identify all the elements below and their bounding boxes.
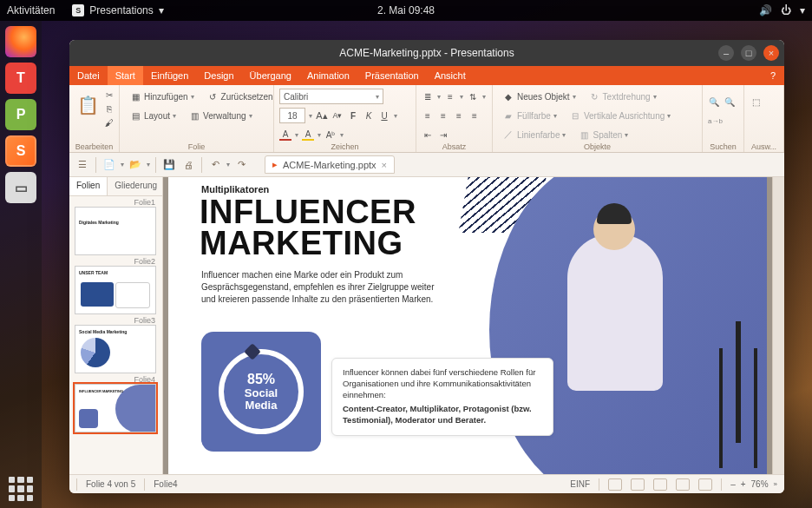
italic-icon[interactable]: K	[363, 109, 375, 122]
reset-slide-button[interactable]: ↺Zurücksetzen	[202, 89, 278, 104]
menu-praesentation[interactable]: Präsentation	[357, 66, 427, 85]
group-label-para: Absatz	[416, 142, 492, 151]
plus-slide-icon: ▦	[129, 90, 141, 102]
format-painter-icon[interactable]: 🖌	[103, 116, 115, 129]
window-maximize-button[interactable]: □	[741, 45, 756, 61]
qat-print-icon[interactable]: 🖨	[180, 157, 196, 173]
quick-access-toolbar: ☰ 📄▾ 📂▾ 💾 🖨 ↶▾ ↷ ▸ ACME-Marketing.pptx ×	[69, 153, 784, 177]
paste-button[interactable]: 📋	[75, 88, 101, 122]
menu-datei[interactable]: Datei	[69, 66, 108, 85]
slide-thumb-1[interactable]: Folie1 Digitales Marketing	[75, 198, 157, 255]
insert-mode[interactable]: EINF	[570, 479, 590, 489]
zoom-in-button[interactable]: +	[741, 479, 746, 489]
document-tab[interactable]: ▸ ACME-Marketing.pptx ×	[265, 155, 395, 174]
underline-icon[interactable]: U	[378, 109, 390, 122]
search-icon[interactable]: 🔍	[708, 96, 720, 108]
dock-show-apps-button[interactable]	[9, 477, 33, 501]
line-color-button[interactable]: ／Linienfarbe▾	[498, 127, 570, 142]
dock-firefox-icon[interactable]	[5, 26, 36, 57]
menu-help-icon[interactable]: ?	[762, 66, 784, 85]
system-menu-chevron-icon[interactable]: ▾	[800, 4, 805, 16]
layout-button[interactable]: ▤Layout▾	[125, 108, 180, 123]
bullets-icon[interactable]: ≣	[422, 90, 434, 102]
vertical-align-button[interactable]: ⊟Vertikale Ausrichtung▾	[565, 108, 675, 123]
zoom-out-button[interactable]: –	[730, 479, 736, 489]
dock-files-icon[interactable]: ▭	[5, 172, 36, 203]
superscript-icon[interactable]: Aᵇ	[324, 129, 337, 141]
slide-thumb-2[interactable]: Folie2 UNSER TEAM	[75, 257, 157, 314]
view-slideshow-icon[interactable]	[698, 478, 712, 491]
ab-replace-icon[interactable]: a→b	[708, 117, 723, 125]
copy-icon[interactable]: ⎘	[103, 102, 115, 115]
qat-open-icon[interactable]: 📂	[128, 157, 143, 173]
dock-presentations-icon[interactable]: S	[5, 135, 36, 167]
align-right-icon[interactable]: ≡	[453, 109, 465, 122]
view-miniature-icon[interactable]	[676, 478, 690, 491]
qat-menu-icon[interactable]: ☰	[75, 157, 90, 173]
doc-tab-close-icon[interactable]: ×	[382, 160, 387, 170]
menu-start[interactable]: Start	[108, 66, 143, 85]
title-bar: ACME-Marketing.pptx - Presentations – □ …	[69, 40, 784, 66]
slide-thumbnails: Folie1 Digitales Marketing Folie2 UNSER …	[69, 196, 162, 474]
zoom-menu-icon[interactable]: »	[774, 480, 777, 488]
align-center-icon[interactable]: ≡	[437, 109, 449, 122]
menu-bar: Datei Start Einfügen Design Übergang Ani…	[69, 66, 784, 85]
replace-icon[interactable]: 🔍	[724, 96, 736, 108]
slide-thumb-4[interactable]: Folie4 INFLUENCER MARKETING	[75, 375, 157, 432]
manage-button[interactable]: ▥Verwaltung▾	[184, 108, 256, 123]
menu-uebergang[interactable]: Übergang	[242, 66, 299, 85]
highlight-icon[interactable]: A	[302, 129, 314, 141]
doc-tab-label: ACME-Marketing.pptx	[283, 160, 377, 170]
align-left-icon[interactable]: ≡	[422, 109, 434, 122]
window-close-button[interactable]: ×	[763, 45, 779, 61]
app-indicator[interactable]: S Presentations ▾	[72, 4, 163, 16]
qat-redo-icon[interactable]: ↷	[233, 157, 249, 173]
decrease-indent-icon[interactable]: ⇤	[422, 129, 434, 141]
align-justify-icon[interactable]: ≡	[468, 109, 481, 122]
reset-icon: ↺	[206, 90, 219, 102]
increase-indent-icon[interactable]: ⇥	[437, 129, 449, 141]
zoom-level[interactable]: 76%	[751, 479, 769, 489]
manage-icon: ▥	[188, 109, 200, 122]
add-slide-button[interactable]: ▦Hinzufügen▾	[125, 89, 199, 104]
font-size-select[interactable]: 18	[279, 108, 305, 123]
clock[interactable]: 2. Mai 09:48	[377, 4, 435, 16]
view-normal-icon[interactable]	[608, 478, 622, 491]
power-icon[interactable]: ⏻	[781, 4, 791, 16]
qat-new-icon[interactable]: 📄	[102, 157, 117, 173]
tab-gliederung[interactable]: Gliederung	[108, 177, 164, 195]
menu-einfuegen[interactable]: Einfügen	[143, 66, 196, 85]
tab-folien[interactable]: Folien	[69, 177, 108, 195]
menu-ansicht[interactable]: Ansicht	[427, 66, 474, 85]
increase-font-icon[interactable]: A▴	[316, 109, 328, 122]
group-label-select: Ausw...	[744, 142, 783, 151]
window-minimize-button[interactable]: –	[718, 45, 734, 61]
group-label-objects: Objekte	[493, 142, 702, 151]
font-name-select[interactable]: Calibri▾	[279, 89, 383, 104]
slide-thumb-3[interactable]: Folie3 Social Media Marketing	[75, 316, 157, 373]
new-object-button[interactable]: ◆Neues Objekt▾	[498, 89, 580, 104]
activities-button[interactable]: Aktivitäten	[7, 4, 55, 16]
dock-textmaker-icon[interactable]: T	[5, 63, 36, 94]
cut-icon[interactable]: ✂	[103, 89, 115, 101]
menu-animation[interactable]: Animation	[299, 66, 357, 85]
qat-save-icon[interactable]: 💾	[161, 157, 177, 173]
volume-icon[interactable]: 🔊	[759, 4, 772, 16]
numbering-icon[interactable]: ≡	[444, 90, 456, 102]
columns-button[interactable]: ▥Spalten▾	[573, 127, 632, 142]
vertical-scrollbar[interactable]	[772, 177, 784, 474]
text-rotate-button[interactable]: ↻Textdrehung▾	[584, 89, 661, 104]
slide-canvas-area[interactable]: Multiplikatoren INFLUENCERMARKETING Infl…	[163, 177, 772, 474]
fill-color-button[interactable]: ▰Füllfarbe▾	[498, 108, 561, 123]
qat-undo-icon[interactable]: ↶	[207, 157, 223, 173]
menu-design[interactable]: Design	[196, 66, 241, 85]
view-sorter-icon[interactable]	[631, 478, 645, 491]
bold-icon[interactable]: F	[347, 109, 359, 122]
view-outline-icon[interactable]	[653, 478, 667, 491]
doc-tab-icon: ▸	[272, 159, 278, 170]
select-tool-icon[interactable]: ⬚	[750, 96, 762, 108]
dock-planmaker-icon[interactable]: P	[5, 99, 36, 130]
font-color-icon[interactable]: A	[279, 129, 291, 141]
decrease-font-icon[interactable]: A▾	[331, 109, 344, 122]
line-spacing-icon[interactable]: ⇅	[467, 90, 479, 102]
